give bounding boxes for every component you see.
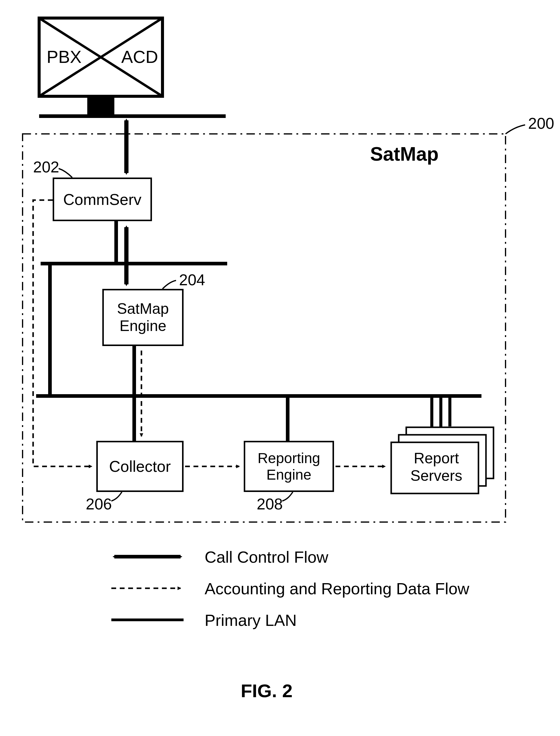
- legend-2: Accounting and Reporting Data Flow: [205, 579, 469, 598]
- ref-leader-202: [59, 169, 72, 178]
- drop-collector: [132, 398, 136, 441]
- legend-3: Primary LAN: [205, 611, 297, 629]
- commserv-stem: [114, 221, 118, 262]
- report-servers-label: Report Servers: [406, 450, 466, 484]
- ref-leader-204: [162, 280, 176, 289]
- drop-rs2: [439, 398, 442, 431]
- collector-box: Collector: [96, 441, 184, 492]
- engine-stem: [132, 346, 136, 394]
- drop-rs3: [448, 398, 451, 426]
- reporting-label-1: Reporting: [258, 450, 320, 466]
- acd-label: ACD: [121, 47, 158, 67]
- drop-reporting: [286, 398, 289, 441]
- ref-leader-206: [111, 492, 122, 501]
- lan-drop-left: [48, 265, 52, 394]
- reporting-engine-box: Reporting Engine: [244, 441, 334, 492]
- lan-bar-1: [41, 262, 227, 265]
- ref-202: 202: [33, 158, 59, 176]
- legend-1: Call Control Flow: [205, 548, 328, 566]
- satmap-engine-box: SatMap Engine: [102, 289, 184, 346]
- pbx-stem: [87, 96, 114, 114]
- ref-206: 206: [86, 495, 112, 513]
- lan-bar-0: [39, 114, 226, 118]
- ref-leader-208: [282, 492, 293, 501]
- commserv-label: CommServ: [63, 190, 141, 209]
- engine-label-2: Engine: [119, 317, 166, 335]
- satmap-title: SatMap: [370, 143, 439, 165]
- collector-label: Collector: [109, 457, 171, 475]
- ref-200: 200: [528, 114, 554, 132]
- commserv-box: CommServ: [53, 178, 152, 221]
- arrow-commserv-collector: [33, 200, 92, 466]
- reporting-label-2: Engine: [266, 466, 311, 483]
- ref-leader-200: [506, 125, 525, 134]
- lan-bar-2: [36, 394, 481, 398]
- pbx-label: PBX: [47, 47, 82, 67]
- ref-204: 204: [179, 271, 205, 289]
- ref-208: 208: [257, 495, 283, 513]
- figure-caption: FIG. 2: [241, 680, 292, 701]
- engine-label-1: SatMap: [117, 300, 169, 318]
